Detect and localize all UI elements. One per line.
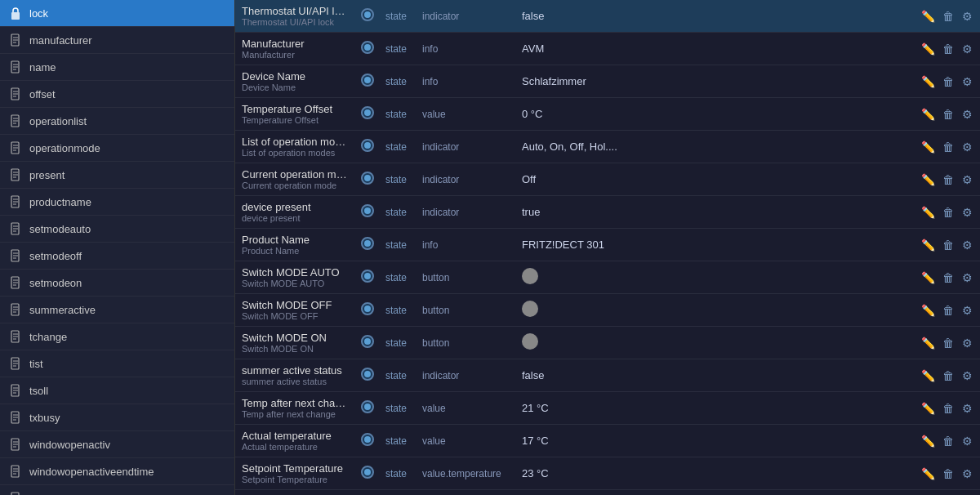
delete-button[interactable]: 🗑	[940, 41, 956, 57]
sidebar-item-setmodeauto[interactable]: setmodeauto	[0, 216, 234, 243]
settings-button[interactable]: ⚙	[960, 368, 975, 384]
sidebar-item-setmodeon[interactable]: setmodeon	[0, 270, 234, 297]
settings-button[interactable]: ⚙	[960, 8, 975, 25]
sidebar-item-manufacturer[interactable]: manufacturer	[0, 27, 234, 54]
row-radio[interactable]	[354, 196, 381, 229]
edit-button[interactable]: ✏️	[919, 368, 938, 384]
radio-indicator[interactable]	[361, 368, 374, 381]
row-radio[interactable]	[354, 359, 381, 392]
delete-button[interactable]: 🗑	[940, 106, 956, 123]
delete-button[interactable]: 🗑	[940, 8, 956, 25]
sidebar-item-operationlist[interactable]: operationlist	[0, 108, 234, 135]
settings-button[interactable]: ⚙	[960, 41, 975, 57]
settings-button[interactable]: ⚙	[960, 172, 975, 188]
radio-indicator[interactable]	[361, 172, 374, 185]
delete-button[interactable]: 🗑	[940, 270, 956, 286]
table-row: Switch MODE ON Switch MODE ON statebutto…	[235, 327, 980, 359]
row-radio[interactable]	[354, 294, 381, 327]
delete-button[interactable]: 🗑	[940, 433, 956, 449]
row-radio[interactable]	[354, 457, 381, 490]
sidebar-item-tchange[interactable]: tchange	[0, 323, 234, 350]
radio-indicator[interactable]	[361, 237, 374, 250]
delete-button[interactable]: 🗑	[940, 335, 956, 351]
edit-button[interactable]: ✏️	[919, 74, 938, 90]
sidebar-item-tsoll[interactable]: tsoll	[0, 377, 234, 404]
delete-button[interactable]: 🗑	[940, 400, 956, 417]
row-radio[interactable]	[354, 65, 381, 98]
radio-indicator[interactable]	[361, 302, 374, 315]
sidebar-item-operationmode[interactable]: operationmode	[0, 135, 234, 162]
settings-button[interactable]: ⚙	[960, 204, 975, 221]
settings-button[interactable]: ⚙	[960, 139, 975, 155]
edit-button[interactable]: ✏️	[919, 204, 938, 221]
delete-button[interactable]: 🗑	[940, 302, 956, 319]
sidebar-item-name[interactable]: name	[0, 54, 234, 81]
file-icon	[8, 275, 23, 290]
edit-button[interactable]: ✏️	[919, 400, 938, 417]
row-radio[interactable]	[354, 33, 381, 65]
settings-button[interactable]: ⚙	[960, 302, 975, 319]
edit-button[interactable]: ✏️	[919, 466, 938, 482]
edit-button[interactable]: ✏️	[919, 106, 938, 123]
settings-button[interactable]: ⚙	[960, 400, 975, 417]
settings-button[interactable]: ⚙	[960, 74, 975, 90]
delete-button[interactable]: 🗑	[940, 368, 956, 384]
edit-button[interactable]: ✏️	[919, 433, 938, 449]
radio-indicator[interactable]	[361, 139, 374, 152]
delete-button[interactable]: 🗑	[940, 466, 956, 482]
row-radio[interactable]	[354, 261, 381, 294]
edit-button[interactable]: ✏️	[919, 237, 938, 253]
delete-button[interactable]: 🗑	[940, 237, 956, 253]
settings-button[interactable]: ⚙	[960, 270, 975, 286]
delete-button[interactable]: 🗑	[940, 204, 956, 221]
radio-indicator[interactable]	[361, 466, 374, 479]
radio-indicator[interactable]	[361, 8, 374, 21]
radio-indicator[interactable]	[361, 270, 374, 283]
sidebar-item-windowopenactiveendtime[interactable]: windowopenactiveendtime	[0, 458, 234, 485]
edit-button[interactable]: ✏️	[919, 139, 938, 155]
edit-button[interactable]: ✏️	[919, 172, 938, 188]
edit-button[interactable]: ✏️	[919, 270, 938, 286]
radio-indicator[interactable]	[361, 41, 374, 54]
edit-button[interactable]: ✏️	[919, 41, 938, 57]
sidebar-item-offset[interactable]: offset	[0, 81, 234, 108]
delete-button[interactable]: 🗑	[940, 172, 956, 188]
radio-indicator[interactable]	[361, 400, 374, 413]
row-radio[interactable]	[354, 425, 381, 457]
row-radio[interactable]	[354, 327, 381, 359]
edit-button[interactable]: ✏️	[919, 335, 938, 351]
edit-button[interactable]: ✏️	[919, 302, 938, 319]
row-radio[interactable]	[354, 490, 381, 496]
sidebar-item-windowopenactiv[interactable]: windowopenactiv	[0, 431, 234, 458]
settings-button[interactable]: ⚙	[960, 237, 975, 253]
delete-button[interactable]: 🗑	[940, 74, 956, 90]
sidebar-item-setmodeoff[interactable]: setmodeoff	[0, 243, 234, 270]
row-radio[interactable]	[354, 98, 381, 131]
settings-button[interactable]: ⚙	[960, 106, 975, 123]
sidebar-item-present[interactable]: present	[0, 162, 234, 189]
sidebar-item-lock[interactable]: lock	[0, 0, 234, 27]
settings-button[interactable]: ⚙	[960, 335, 975, 351]
row-radio[interactable]	[354, 229, 381, 261]
sidebar-item-txbusy[interactable]: txbusy	[0, 404, 234, 431]
row-value	[515, 261, 914, 294]
delete-button[interactable]: 🗑	[940, 139, 956, 155]
settings-button[interactable]: ⚙	[960, 433, 975, 449]
row-radio[interactable]	[354, 0, 381, 33]
radio-indicator[interactable]	[361, 106, 374, 119]
sidebar-item-windowopenactivetime[interactable]: windowopenactivetime	[0, 485, 234, 495]
row-radio[interactable]	[354, 131, 381, 163]
radio-indicator[interactable]	[361, 204, 374, 217]
row-radio[interactable]	[354, 163, 381, 196]
sidebar-item-tist[interactable]: tist	[0, 350, 234, 377]
sidebar-item-summeractive[interactable]: summeractive	[0, 297, 234, 323]
radio-indicator[interactable]	[361, 335, 374, 348]
radio-indicator[interactable]	[361, 74, 374, 87]
row-state: state	[381, 392, 417, 425]
table-row: Switch MODE OFF Switch MODE OFF statebut…	[235, 294, 980, 327]
edit-button[interactable]: ✏️	[919, 8, 938, 25]
radio-indicator[interactable]	[361, 433, 374, 446]
settings-button[interactable]: ⚙	[960, 466, 975, 482]
row-radio[interactable]	[354, 392, 381, 425]
sidebar-item-productname[interactable]: productname	[0, 189, 234, 216]
